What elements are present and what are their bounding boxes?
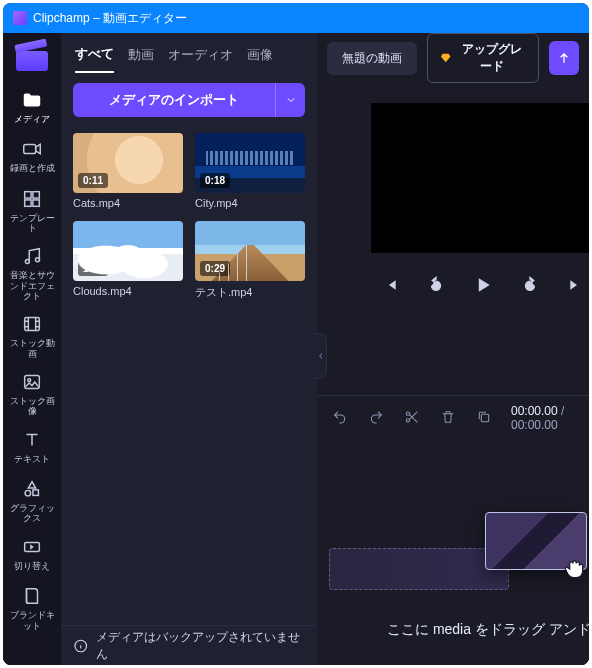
playback-controls — [317, 271, 589, 302]
media-thumbnail[interactable]: 1:05 — [73, 221, 183, 281]
import-media-button[interactable]: メディアのインポート — [73, 83, 275, 117]
sidebar-item-record[interactable]: 録画と作成 — [3, 130, 61, 179]
tab-image[interactable]: 画像 — [247, 46, 273, 72]
skip-end-button[interactable] — [563, 273, 587, 300]
duplicate-button[interactable] — [473, 406, 495, 431]
app-window: Clipchamp – 動画エディター メディア 録画と作成 テンプレー ト 音… — [3, 3, 589, 665]
image-icon — [21, 371, 43, 393]
export-button[interactable] — [549, 41, 579, 75]
svg-point-10 — [25, 491, 31, 497]
backup-warning-bar[interactable]: メディアはバックアップされていません — [61, 625, 317, 665]
timeline-drop-hint: ここに media をドラッグ アンド ドロ — [387, 621, 589, 639]
sidebar-item-text[interactable]: テキスト — [3, 421, 61, 470]
sidebar-item-label: ストック動 画 — [10, 338, 55, 359]
timeline-toolbar: 00:00.00 / 00:00.00 — [317, 396, 589, 440]
svg-rect-3 — [25, 200, 31, 206]
text-icon — [21, 429, 43, 451]
redo-button[interactable] — [365, 406, 387, 431]
top-toolbar: 無題の動画 アップグレード — [317, 33, 589, 83]
upgrade-label: アップグレード — [457, 41, 526, 75]
camera-icon — [21, 138, 43, 160]
duration-badge: 0:18 — [200, 173, 230, 188]
split-button[interactable] — [401, 406, 423, 431]
media-item[interactable]: 0:18 City.mp4 — [195, 133, 305, 209]
media-tabs: すべて 動画 オーディオ 画像 — [61, 33, 317, 77]
media-grid: 0:11 Cats.mp4 0:18 City.mp4 1:05 Clouds.… — [61, 129, 317, 304]
upload-icon — [556, 50, 572, 66]
preview-area — [317, 83, 589, 395]
music-icon — [21, 245, 43, 267]
diamond-icon — [440, 51, 451, 65]
backup-warning-text: メディアはバックアップされていません — [96, 629, 305, 663]
timeline-time: 00:00.00 / 00:00.00 — [511, 404, 577, 432]
redo-icon — [368, 409, 384, 425]
timeline-dropzone[interactable] — [329, 548, 509, 590]
timeline: 00:00.00 / 00:00.00 ここに media をドラッグ アンド … — [317, 395, 589, 665]
sidebar-item-label: ブランドキ ット — [10, 610, 55, 631]
book-icon — [21, 585, 43, 607]
undo-button[interactable] — [329, 406, 351, 431]
media-thumbnail[interactable]: 0:18 — [195, 133, 305, 193]
svg-rect-2 — [33, 191, 39, 197]
media-filename: Clouds.mp4 — [73, 285, 183, 297]
grab-cursor-icon — [561, 556, 587, 586]
time-total: 00:00.00 — [511, 418, 558, 432]
sidebar-item-graphics[interactable]: グラフィッ クス — [3, 470, 61, 528]
transition-icon — [21, 536, 43, 558]
delete-button[interactable] — [437, 406, 459, 431]
app-icon — [13, 11, 27, 25]
video-canvas[interactable] — [371, 103, 589, 253]
tab-video[interactable]: 動画 — [128, 46, 154, 72]
sidebar-item-brandkit[interactable]: ブランドキ ット — [3, 577, 61, 635]
sidebar-item-transitions[interactable]: 切り替え — [3, 528, 61, 577]
sidebar-item-media[interactable]: メディア — [3, 81, 61, 130]
chevron-left-icon — [317, 350, 325, 362]
sidebar-item-label: 音楽とサウ ンドエフェ クト — [10, 270, 55, 301]
media-thumbnail[interactable]: 0:11 — [73, 133, 183, 193]
clipchamp-logo-icon — [16, 45, 48, 71]
time-current: 00:00.00 — [511, 404, 558, 418]
sidebar-item-label: グラフィッ クス — [10, 503, 55, 524]
media-item[interactable]: 0:11 Cats.mp4 — [73, 133, 183, 209]
templates-icon — [21, 188, 43, 210]
sidebar-item-label: テンプレー ト — [10, 213, 55, 234]
media-thumbnail[interactable]: 0:29 — [195, 221, 305, 281]
import-media-dropdown[interactable] — [275, 83, 305, 117]
sidebar-item-label: メディア — [14, 114, 50, 124]
sidebar-item-stock-video[interactable]: ストック動 画 — [3, 305, 61, 363]
sidebar-item-label: 切り替え — [14, 561, 50, 571]
window-title: Clipchamp – 動画エディター — [33, 10, 187, 27]
tab-all[interactable]: すべて — [75, 45, 114, 73]
collapse-panel-button[interactable] — [315, 333, 327, 379]
sidebar-item-label: ストック画 像 — [10, 396, 55, 417]
rewind-button[interactable] — [423, 272, 449, 301]
forward-icon — [521, 276, 539, 294]
timeline-tracks[interactable]: ここに media をドラッグ アンド ドロ — [317, 440, 589, 665]
project-name-field[interactable]: 無題の動画 — [327, 42, 417, 75]
titlebar: Clipchamp – 動画エディター — [3, 3, 589, 33]
svg-rect-7 — [25, 318, 40, 331]
svg-point-6 — [35, 258, 39, 262]
duration-badge: 0:11 — [78, 173, 108, 188]
svg-rect-0 — [24, 145, 36, 154]
trash-icon — [440, 409, 456, 425]
sidebar-item-stock-image[interactable]: ストック画 像 — [3, 363, 61, 421]
svg-point-9 — [28, 379, 31, 382]
skip-end-icon — [567, 277, 583, 293]
skip-start-button[interactable] — [379, 273, 403, 300]
sidebar: メディア 録画と作成 テンプレー ト 音楽とサウ ンドエフェ クト ストック動 … — [3, 33, 61, 665]
svg-point-15 — [406, 418, 409, 421]
upgrade-button[interactable]: アップグレード — [427, 33, 539, 83]
sidebar-item-music[interactable]: 音楽とサウ ンドエフェ クト — [3, 237, 61, 305]
media-filename: Cats.mp4 — [73, 197, 183, 209]
copy-icon — [476, 409, 492, 425]
play-button[interactable] — [469, 271, 497, 302]
media-item[interactable]: 0:29 テスト.mp4 — [195, 221, 305, 300]
sidebar-item-templates[interactable]: テンプレー ト — [3, 180, 61, 238]
svg-point-14 — [406, 412, 409, 415]
forward-button[interactable] — [517, 272, 543, 301]
tab-audio[interactable]: オーディオ — [168, 46, 233, 72]
film-icon — [21, 313, 43, 335]
sidebar-item-label: テキスト — [14, 454, 50, 464]
media-item[interactable]: 1:05 Clouds.mp4 — [73, 221, 183, 300]
